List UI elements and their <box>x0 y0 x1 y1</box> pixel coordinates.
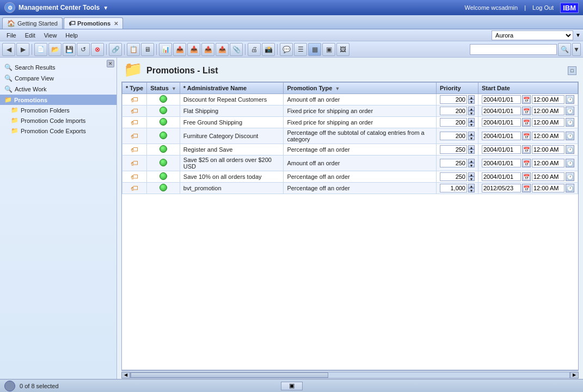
date-input[interactable] <box>482 132 521 140</box>
cell-start-date[interactable]: 📅🕐 <box>478 171 578 183</box>
status-center-button[interactable]: ▣ <box>281 382 303 390</box>
col-status[interactable]: Status ▼ <box>147 83 180 94</box>
scroll-left-button[interactable]: ◀ <box>121 372 130 378</box>
sidebar-item-promotions[interactable]: 📁 Promotions <box>0 95 116 105</box>
table-row[interactable]: 🏷Furniture Category DiscountPercentage o… <box>122 128 578 144</box>
menu-file[interactable]: File <box>2 31 21 40</box>
comment-button[interactable]: 💬 <box>280 43 293 56</box>
cell-start-date[interactable]: 📅🕐 <box>478 155 578 171</box>
priority-input[interactable] <box>440 159 467 167</box>
search-button[interactable]: 🔍 <box>558 43 571 56</box>
sidebar-item-promotion-code-exports[interactable]: 📁 Promotion Code Exports <box>0 126 116 136</box>
dropdown-arrow-icon[interactable]: ▼ <box>103 5 108 11</box>
tab-getting-started[interactable]: 🏠 Getting Started <box>2 17 63 29</box>
calendar-button[interactable]: 📅 <box>522 172 531 181</box>
time-picker-button[interactable]: 🕐 <box>566 145 574 154</box>
print-button[interactable]: 🖨 <box>248 43 261 56</box>
priority-input[interactable] <box>440 172 467 181</box>
search-input[interactable] <box>470 44 557 55</box>
sidebar-item-promotion-code-imports[interactable]: 📁 Promotion Code Imports <box>0 115 116 126</box>
priority-spin-up[interactable]: ▲ <box>468 184 475 188</box>
upload-button[interactable]: 📤 <box>173 43 186 56</box>
cell-start-date[interactable]: 📅🕐 <box>478 128 578 144</box>
scroll-track[interactable] <box>130 372 570 378</box>
time-input[interactable] <box>532 95 564 104</box>
tile-view-button[interactable]: ▣ <box>322 43 335 56</box>
panel-maximize-button[interactable]: □ <box>568 66 576 75</box>
chart-button[interactable]: 📊 <box>159 43 172 56</box>
priority-spin-down[interactable]: ▼ <box>468 188 475 192</box>
new-button[interactable]: 📄 <box>34 43 47 56</box>
table-row[interactable]: 🏷Discount for Repeat CustomersAmount off… <box>122 94 578 105</box>
snapshot-button[interactable]: 📸 <box>262 43 275 56</box>
time-picker-button[interactable]: 🕐 <box>566 172 574 181</box>
priority-input[interactable] <box>440 118 467 127</box>
priority-spin-up[interactable]: ▲ <box>468 159 475 163</box>
priority-spin-up[interactable]: ▲ <box>468 107 475 111</box>
store-dropdown-arrow-icon[interactable]: ▼ <box>575 32 581 38</box>
image-button[interactable]: 🖼 <box>336 43 349 56</box>
time-input[interactable] <box>532 145 564 154</box>
menu-help[interactable]: Help <box>61 31 82 40</box>
store-selector[interactable]: Aurora <box>492 30 573 40</box>
table-row[interactable]: 🏷Save $25 on all orders over $200 USDAmo… <box>122 155 578 171</box>
scroll-right-button[interactable]: ▶ <box>570 372 579 378</box>
tab-promotions[interactable]: 🏷 Promotions ✕ <box>64 17 123 29</box>
cell-priority[interactable]: ▲▼ <box>436 105 478 117</box>
table-row[interactable]: 🏷bvt_promotionPercentage off an order▲▼📅… <box>122 183 578 194</box>
list-view-button[interactable]: ☰ <box>294 43 307 56</box>
menu-edit[interactable]: Edit <box>21 31 40 40</box>
date-input[interactable] <box>482 184 521 192</box>
scroll-thumb[interactable] <box>131 372 328 378</box>
refresh-button[interactable]: ↺ <box>77 43 90 56</box>
time-picker-button[interactable]: 🕐 <box>566 132 574 140</box>
calendar-button[interactable]: 📅 <box>522 159 531 167</box>
priority-spin-down[interactable]: ▼ <box>468 163 475 167</box>
download-button[interactable]: 📥 <box>187 43 200 56</box>
table-row[interactable]: 🏷Register and SavePercentage off an orde… <box>122 144 578 155</box>
table-row[interactable]: 🏷Flat ShippingFixed price for shipping a… <box>122 105 578 117</box>
sidebar-item-promotion-folders[interactable]: 📁 Promotion Folders <box>0 105 116 115</box>
attach-button[interactable]: 📎 <box>230 43 243 56</box>
date-input[interactable] <box>482 159 521 167</box>
priority-spin-up[interactable]: ▲ <box>468 145 475 150</box>
time-picker-button[interactable]: 🕐 <box>566 95 574 104</box>
cell-priority[interactable]: ▲▼ <box>436 183 478 194</box>
calendar-button[interactable]: 📅 <box>522 145 531 154</box>
left-panel-close-button[interactable]: ✕ <box>107 60 114 67</box>
cell-priority[interactable]: ▲▼ <box>436 94 478 105</box>
col-admin-name[interactable]: * Administrative Name <box>180 83 284 94</box>
calendar-button[interactable]: 📅 <box>522 118 531 127</box>
priority-input[interactable] <box>440 95 467 104</box>
time-input[interactable] <box>532 118 564 127</box>
cell-start-date[interactable]: 📅🕐 <box>478 117 578 128</box>
time-input[interactable] <box>532 159 564 167</box>
col-start-date[interactable]: Start Date <box>478 83 578 94</box>
cell-start-date[interactable]: 📅🕐 <box>478 94 578 105</box>
time-input[interactable] <box>532 132 564 140</box>
col-type[interactable]: * Type <box>122 83 147 94</box>
calendar-button[interactable]: 📅 <box>522 132 531 140</box>
menu-view[interactable]: View <box>40 31 62 40</box>
priority-input[interactable] <box>440 184 467 192</box>
date-input[interactable] <box>482 95 521 104</box>
cell-priority[interactable]: ▲▼ <box>436 155 478 171</box>
time-input[interactable] <box>532 184 564 192</box>
date-input[interactable] <box>482 107 521 115</box>
sidebar-item-active-work[interactable]: 🔍 Active Work <box>0 84 116 95</box>
cell-start-date[interactable]: 📅🕐 <box>478 144 578 155</box>
copy-button[interactable]: 📋 <box>127 43 140 56</box>
priority-input[interactable] <box>440 145 467 154</box>
time-picker-button[interactable]: 🕐 <box>566 107 574 115</box>
tab-close-button[interactable]: ✕ <box>114 21 118 27</box>
date-input[interactable] <box>482 172 521 181</box>
save-button[interactable]: 💾 <box>63 43 76 56</box>
forward-button[interactable]: ▶ <box>16 43 29 56</box>
back-button[interactable]: ◀ <box>2 43 15 56</box>
time-picker-button[interactable]: 🕐 <box>566 184 574 192</box>
time-input[interactable] <box>532 172 564 181</box>
table-row[interactable]: 🏷Free Ground ShippingFixed price for shi… <box>122 117 578 128</box>
import-button[interactable]: 📤 <box>216 43 229 56</box>
time-picker-button[interactable]: 🕐 <box>566 118 574 127</box>
calendar-button[interactable]: 📅 <box>522 107 531 115</box>
